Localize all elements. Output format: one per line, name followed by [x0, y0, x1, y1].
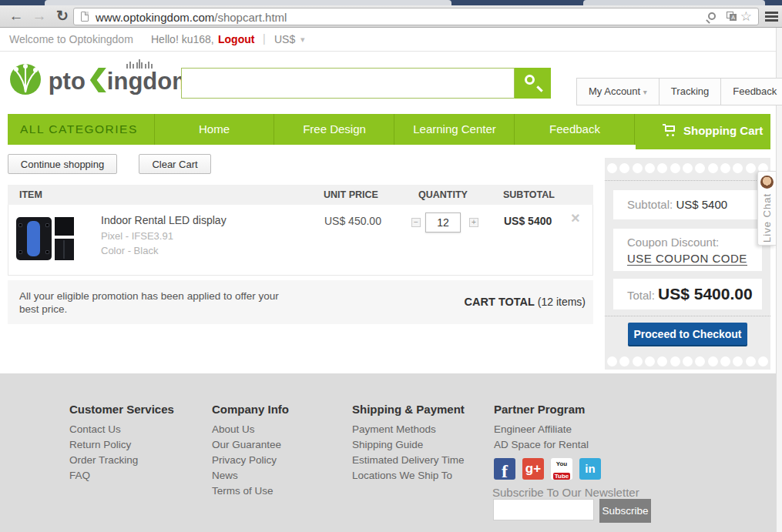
scallop-bottom [607, 356, 768, 366]
product-name-link[interactable]: Indoor Rental LED display [101, 214, 227, 226]
url-path: /shopcart.html [214, 11, 287, 24]
live-chat-avatar [760, 176, 774, 189]
footer-link-ad-space[interactable]: AD Space for Rental [494, 439, 589, 450]
footer-link-privacy-policy[interactable]: Privacy Policy [212, 454, 289, 466]
logout-link[interactable]: Logout [218, 33, 254, 45]
site-logo[interactable]: ptoingdom [9, 62, 193, 105]
tracking-button[interactable]: Tracking [659, 78, 721, 105]
account-button-group: My Account ▾ Tracking Feedback [576, 78, 782, 105]
nav-shopping-cart[interactable]: Shopping Cart [636, 114, 770, 149]
total-amount: US$ 5400.00 [658, 285, 753, 303]
reload-icon[interactable]: ↻ [52, 7, 72, 25]
greeting-text: Hello! ku168, [151, 33, 214, 45]
logo-text-1: pto [49, 68, 86, 95]
search-icon [525, 75, 535, 85]
footer-link-about-us[interactable]: About Us [212, 423, 289, 435]
facebook-icon[interactable]: f [494, 458, 515, 480]
footer-col-partner-program: Partner Program Engineer Affiliate AD Sp… [494, 403, 589, 454]
newsletter-input[interactable] [493, 499, 594, 520]
footer-link-faq[interactable]: FAQ [69, 470, 174, 481]
youtube-you-text: You [551, 460, 572, 467]
browser-menu-icon[interactable] [765, 12, 778, 23]
footer-link-order-tracking[interactable]: Order Tracking [69, 454, 174, 466]
subtotal-amount: US$ 5400 [676, 198, 727, 211]
footer-col-shipping-payment: Shipping & Payment Payment Methods Shipp… [352, 403, 465, 485]
subscribe-button[interactable]: Subscribe [599, 499, 651, 523]
remove-item-icon[interactable]: × [571, 209, 580, 227]
use-coupon-code-link[interactable]: USE COUPON CODE [627, 252, 747, 266]
nav-all-categories[interactable]: ALL CATEGORIES [8, 114, 155, 145]
search-input[interactable] [181, 68, 515, 99]
feedback-button[interactable]: Feedback [721, 78, 782, 105]
footer-link-engineer-affiliate[interactable]: Engineer Affiliate [494, 423, 589, 435]
bookmark-star-icon[interactable]: ☆ [740, 8, 752, 25]
product-image[interactable] [13, 209, 78, 269]
order-summary-panel: Subtotal: US$ 5400 Coupon Discount: USE … [605, 158, 770, 370]
footer-link-estimated-delivery[interactable]: Estimated Delivery Time [352, 454, 465, 466]
browser-tab-secondary[interactable] [583, 0, 765, 5]
proceed-to-checkout-button[interactable]: Proceed to Checkout [628, 323, 747, 345]
zoom-icon[interactable] [708, 12, 716, 20]
quantity-input[interactable] [425, 212, 461, 233]
footer-col-company-info: Company Info About Us Our Guarantee Priv… [212, 403, 289, 500]
live-chat-label: Live Chat [761, 193, 773, 243]
page-icon [81, 12, 89, 22]
search-button[interactable] [515, 68, 551, 99]
welcome-bar: Welcome to Optokingdom Hello! ku168, Log… [0, 28, 776, 52]
continue-shopping-button[interactable]: Continue shopping [8, 154, 117, 174]
translate-icon[interactable] [727, 12, 733, 18]
chevron-down-icon[interactable]: ▾ [300, 35, 305, 45]
nav-item-free-design[interactable]: Free Design [275, 114, 394, 145]
linkedin-icon[interactable]: in [579, 458, 601, 480]
shopping-cart-icon [663, 124, 677, 136]
subtotal-label: Subtotal: [627, 198, 676, 211]
my-account-button[interactable]: My Account ▾ [576, 78, 659, 105]
youtube-icon[interactable]: You Tube [551, 458, 572, 480]
footer-heading: Customer Services [69, 403, 174, 416]
crown-icon [126, 59, 153, 69]
address-bar[interactable]: www.optokingdom.com/shopcart.html ☆ [73, 8, 759, 25]
back-icon[interactable]: ← [6, 7, 26, 25]
product-spec-pixel: Pixel - IFSE3.91 [101, 230, 173, 242]
browser-toolbar: ← → ↻ www.optokingdom.com/shopcart.html … [0, 5, 782, 28]
footer-link-return-policy[interactable]: Return Policy [69, 439, 174, 450]
footer-link-locations[interactable]: Locations We Ship To [352, 470, 465, 481]
footer: Customer Services Contact Us Return Poli… [0, 373, 776, 532]
nav-item-learning-center[interactable]: Learning Center [395, 114, 515, 145]
column-subtotal: SUBTOTAL [503, 189, 555, 200]
coupon-label: Coupon Discount: [627, 236, 719, 249]
nav-item-home[interactable]: Home [155, 114, 274, 145]
footer-heading: Company Info [212, 403, 289, 416]
footer-link-our-guarantee[interactable]: Our Guarantee [212, 439, 289, 450]
logo-k-icon [90, 68, 106, 92]
shopping-cart-label: Shopping Cart [683, 124, 763, 137]
subtotal-box: Subtotal: US$ 5400 [613, 190, 762, 219]
footer-link-shipping-guide[interactable]: Shipping Guide [352, 439, 465, 450]
led-panel-image-2 [55, 239, 74, 260]
live-chat-tab[interactable]: Live Chat [757, 171, 776, 246]
clear-cart-button[interactable]: Clear Cart [139, 154, 211, 174]
currency-selector[interactable]: US$ [274, 33, 295, 45]
welcome-text: Welcome to Optokingdom [9, 33, 133, 45]
browser-tab-strip [0, 0, 782, 5]
url-text[interactable]: www.optokingdom.com/shopcart.html [96, 11, 287, 24]
forward-icon[interactable]: → [29, 7, 49, 25]
quantity-increase-button[interactable]: + [469, 218, 478, 227]
footer-link-payment-methods[interactable]: Payment Methods [352, 423, 465, 435]
browser-tab[interactable] [45, 0, 451, 5]
main-nav: ALL CATEGORIES Home Free Design Learning… [8, 114, 770, 145]
total-box: Total: US$ 5400.00 [613, 279, 762, 309]
dotted-divider [605, 180, 770, 181]
footer-link-contact-us[interactable]: Contact Us [69, 423, 174, 435]
column-item: ITEM [19, 189, 42, 200]
footer-link-news[interactable]: News [212, 470, 289, 481]
footer-heading: Shipping & Payment [352, 403, 465, 416]
footer-link-terms-of-use[interactable]: Terms of Use [212, 485, 289, 497]
nav-item-feedback[interactable]: Feedback [515, 114, 635, 145]
quantity-decrease-button[interactable]: − [411, 218, 421, 227]
coupon-box: Coupon Discount: USE COUPON CODE [613, 229, 762, 271]
column-unit-price: UNIT PRICE [324, 189, 378, 200]
led-module-image [16, 217, 52, 260]
google-plus-icon[interactable]: g+ [522, 458, 544, 480]
logo-text-2: ingdom [107, 68, 193, 95]
